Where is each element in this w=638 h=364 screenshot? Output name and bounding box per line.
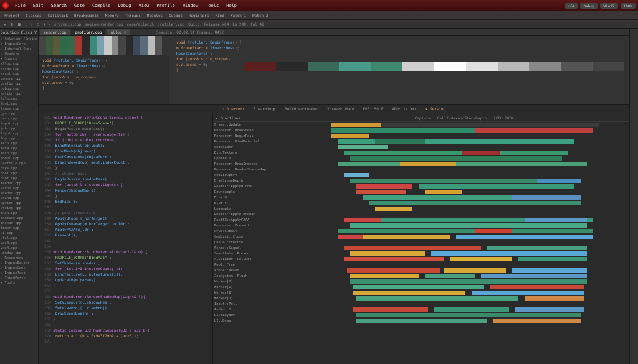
flame-row[interactable]: CmdList::Close [213,234,629,240]
tree-item[interactable]: ▸ ThirdParty [1,275,37,280]
code-line[interactable]: 248 // post processing [41,210,210,215]
toolbar-item[interactable]: core/alloc.h [127,22,154,26]
code-line[interactable]: 232 PROFILE_SCOPE("DrawScene"); [41,120,210,126]
color-segment[interactable] [466,62,498,71]
panel-tab[interactable]: Classes [26,13,41,17]
toolbar-item[interactable]: ⟳ [37,22,40,26]
flame-bar[interactable] [431,251,587,256]
timeline-block[interactable] [46,36,54,55]
flame-bar[interactable] [450,257,512,261]
flame-bar[interactable] [481,274,587,278]
code-line[interactable]: 266 DrawSceneDepth(); [41,310,210,316]
timeline-block[interactable] [140,36,148,55]
solution-explorer[interactable]: Solution Class View ▸ Solution 'Engine' … [0,29,39,364]
flame-row[interactable]: Allocator::Collect [213,256,629,262]
flame-bar[interactable] [515,307,584,312]
timeline-block[interactable] [112,36,119,55]
code-line[interactable]: 245 } [41,193,210,198]
flame-bar[interactable] [490,285,584,289]
flame-bar[interactable] [356,190,406,194]
chip[interactable]: x64 [565,3,578,9]
flame-row[interactable]: Upsample [213,206,629,212]
tree-item[interactable]: alloc.cpp [1,61,37,66]
flame-bar[interactable] [338,145,388,149]
tree-item[interactable]: entity.cpp [1,91,37,96]
tree-item[interactable]: ▸ Headers [1,51,37,56]
timeline-block[interactable] [75,36,82,55]
flame-bar[interactable] [512,195,581,200]
timeline-block[interactable] [90,36,97,55]
tree-item[interactable]: mesh.cpp [1,151,37,156]
flame-row[interactable]: Fence::Signal [213,245,629,251]
flame-bar[interactable] [344,173,369,177]
flame-row[interactable]: PostFX::ApplyTonemap [213,212,629,217]
timeline-block[interactable] [118,36,126,55]
flame-row[interactable]: Renderer::DrawIndexed [213,161,629,167]
panel-tab[interactable]: Find [215,13,224,17]
flame-row[interactable]: Renderer::BindMaterial [213,139,629,144]
code-line[interactable]: 269static inline u32 HashCombine(u32 a,u… [41,327,210,333]
code-line[interactable]: 267} [41,316,210,322]
flame-row[interactable]: Pool::Free [213,262,629,268]
flame-bar[interactable] [525,218,587,222]
tree-item[interactable]: timer.cpp [1,225,37,230]
flame-bar[interactable] [456,235,593,239]
code-line[interactable]: 256 PROFILE_SCOPE("BindMat"); [41,254,210,260]
flame-row[interactable]: PostFX::ApplyFXAA [213,217,629,223]
flame-bar[interactable] [518,257,587,261]
code-line[interactable]: 235 if (!obj.visible) continue; [41,137,210,142]
tree-item[interactable]: array.cpp [1,66,37,71]
tree-item[interactable]: string.cpp [1,205,37,210]
tree-item[interactable]: thread.cpp [1,220,37,225]
code-line[interactable]: 263void Renderer::RenderShadowMap(Light&… [41,294,210,299]
flame-row[interactable]: Input::Poll [213,301,629,307]
code-line[interactable]: 236 BindMaterial(obj.mat); [41,142,210,148]
flame-bar[interactable] [472,291,584,295]
tree-item[interactable]: ui.cpp [1,230,37,235]
flame-row[interactable]: Downsample [213,189,629,195]
tree-item[interactable]: pool.cpp [1,170,37,175]
panel-tab[interactable]: Modules [147,13,163,17]
flame-bar[interactable] [338,229,593,233]
timeline-block[interactable] [155,36,163,55]
tree-item[interactable]: frame.cpp [1,106,37,111]
flame-bar[interactable] [350,251,425,256]
flame-bar[interactable] [475,128,593,133]
flame-row[interactable]: Worker[2] [213,290,629,296]
tree-item[interactable]: job.cpp [1,126,37,131]
toolbar-item[interactable]: profiler.cpp [158,22,184,26]
toolbar-item[interactable]: src/main.cpp [54,22,81,26]
flame-bar[interactable] [344,151,568,155]
flame-bar[interactable] [356,296,518,301]
tree-item[interactable]: texture.cpp [1,215,37,220]
panel-tab[interactable]: Watch 2 [252,13,268,17]
panel-tab[interactable]: Threads [125,13,141,17]
panel-tab[interactable]: Breakpoints [74,13,99,17]
flame-row[interactable]: Renderer::DrawScene [213,128,629,133]
flame-row[interactable]: Renderer::BeginPass [213,133,629,139]
flame-bar[interactable] [434,307,509,312]
flame-row[interactable]: Arena::Reset [213,268,629,273]
flame-bar[interactable] [353,291,465,295]
code-line[interactable]: 261} [41,282,210,288]
code-line[interactable]: 271} [41,338,210,344]
tree-item[interactable]: model.cpp [1,156,37,161]
toolbar-item[interactable]: ↓ [25,22,27,26]
tree-item[interactable]: camera.cpp [1,76,37,81]
panel-tab[interactable]: Watch 1 [231,13,246,17]
menu-tools[interactable]: Tools [206,3,219,8]
tree-item[interactable]: ▸ Resources [1,255,37,260]
code-line[interactable]: 247 [41,204,210,210]
tree-item[interactable]: ▸ EngineTest [1,270,37,275]
flame-row[interactable]: PostFX::ApplyBloom [213,184,629,189]
chip[interactable]: Debug [580,3,598,9]
tree-item[interactable]: quat.cpp [1,175,37,180]
code-line[interactable]: 244 RenderShadowMap(l); [41,187,210,193]
tree-item[interactable]: task.cpp [1,210,37,215]
flame-bar[interactable] [338,139,574,144]
editor-tab[interactable]: alloc.h [107,29,130,35]
flame-bar[interactable] [338,235,363,239]
code-line[interactable]: 252 Present(); [41,232,210,238]
panel-tab[interactable]: Callstack [48,13,69,17]
flame-row[interactable]: Renderer::Present [213,223,629,228]
